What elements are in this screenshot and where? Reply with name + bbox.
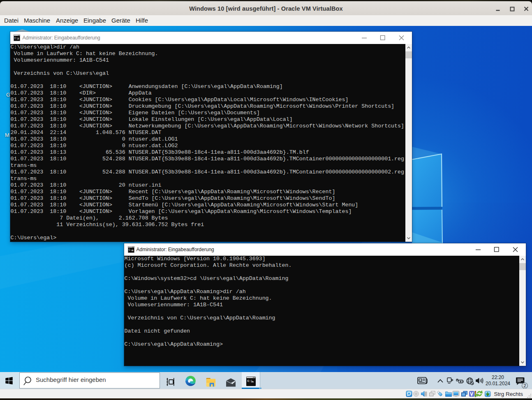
svg-text:C:\: C:\ (14, 37, 19, 40)
svg-text:2: 2 (523, 383, 526, 388)
svg-text:C:\: C:\ (129, 248, 134, 251)
